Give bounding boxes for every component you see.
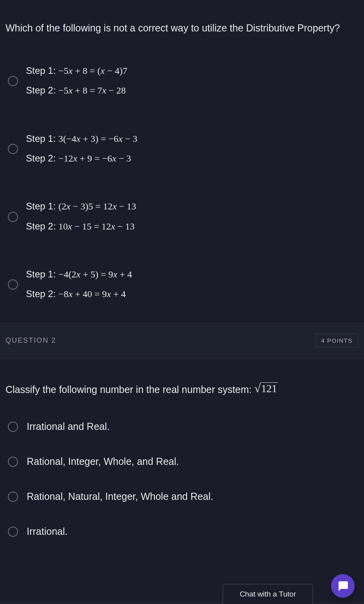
q1-option-4[interactable]: Step 1: −4(2x + 5) = 9x + 4 Step 2: −8x … xyxy=(8,264,359,304)
radio-icon[interactable] xyxy=(8,527,18,537)
radio-icon[interactable] xyxy=(8,279,18,290)
q1-option-1[interactable]: Step 1: −5x + 8 = (x − 4)7 Step 2: −5x +… xyxy=(8,61,359,101)
question-1-options: Step 1: −5x + 8 = (x − 4)7 Step 2: −5x +… xyxy=(5,61,359,304)
question-1-prompt: Which of the following is not a correct … xyxy=(5,20,359,36)
chat-bubble-icon xyxy=(337,580,349,592)
sqrt-expression: √121 xyxy=(254,383,278,395)
q1-option-4-text: Step 1: −4(2x + 5) = 9x + 4 Step 2: −8x … xyxy=(26,264,132,304)
chat-launcher-button[interactable] xyxy=(331,574,355,598)
q2-option-4[interactable]: Irrational. xyxy=(8,526,359,537)
question-2-header: QUESTION 2 4 POINTS xyxy=(0,323,364,358)
q2-option-3[interactable]: Rational, Natural, Integer, Whole and Re… xyxy=(8,491,359,502)
q2-option-2[interactable]: Rational, Integer, Whole, and Real. xyxy=(8,456,359,467)
radio-icon[interactable] xyxy=(8,212,18,222)
question-1-body: Which of the following is not a correct … xyxy=(0,0,364,323)
q1-option-2[interactable]: Step 1: 3(−4x + 3) = −6x − 3 Step 2: −12… xyxy=(8,129,359,169)
question-2-prompt: Classify the following number in the rea… xyxy=(5,381,359,397)
q2-option-1[interactable]: Irrational and Real. xyxy=(8,421,359,432)
radio-icon[interactable] xyxy=(8,144,18,154)
radio-icon[interactable] xyxy=(8,76,18,86)
q1-option-2-text: Step 1: 3(−4x + 3) = −6x − 3 Step 2: −12… xyxy=(26,129,137,169)
q1-option-1-text: Step 1: −5x + 8 = (x − 4)7 Step 2: −5x +… xyxy=(26,61,127,101)
chat-with-tutor-button[interactable]: Chat with a Tutor xyxy=(223,584,313,604)
question-2-title: QUESTION 2 xyxy=(5,336,56,345)
points-badge: 4 POINTS xyxy=(315,334,359,347)
q2-option-3-text: Rational, Natural, Integer, Whole and Re… xyxy=(27,491,213,502)
radio-icon[interactable] xyxy=(8,422,18,432)
q1-option-3-text: Step 1: (2x − 3)5 = 12x − 13 Step 2: 10x… xyxy=(26,196,136,236)
radio-icon[interactable] xyxy=(8,492,18,502)
q1-option-3[interactable]: Step 1: (2x − 3)5 = 12x − 13 Step 2: 10x… xyxy=(8,196,359,236)
q2-option-2-text: Rational, Integer, Whole, and Real. xyxy=(27,456,179,467)
question-2-body: Classify the following number in the rea… xyxy=(0,358,364,553)
q2-option-1-text: Irrational and Real. xyxy=(27,421,110,432)
question-2-options: Irrational and Real. Rational, Integer, … xyxy=(5,421,359,537)
q2-option-4-text: Irrational. xyxy=(27,526,68,537)
radio-icon[interactable] xyxy=(8,457,18,467)
